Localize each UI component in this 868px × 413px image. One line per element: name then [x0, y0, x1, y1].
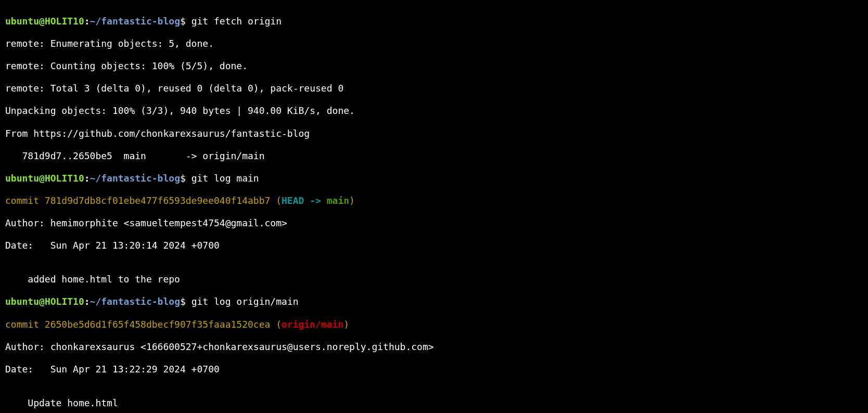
- commit-message: added home.html to the repo: [5, 274, 863, 285]
- output-line: remote: Counting objects: 100% (5/5), do…: [5, 60, 863, 72]
- paren: (: [270, 319, 282, 330]
- commit-message: Update home.html: [5, 397, 863, 409]
- prompt-path: ~/fantastic-blog: [90, 296, 180, 307]
- output-line: Unpacking objects: 100% (3/3), 940 bytes…: [5, 105, 863, 117]
- date-line: Date: Sun Apr 21 13:22:29 2024 +0700: [5, 364, 863, 375]
- commit-line: commit 781d9d7db8cf01ebe477f6593de9ee040…: [5, 195, 863, 206]
- output-line: From https://github.com/chonkarexsaurus/…: [5, 128, 863, 139]
- date-line: Date: Sun Apr 21 13:20:14 2024 +0700: [5, 240, 863, 251]
- command-text: git log origin/main: [192, 296, 299, 307]
- prompt-line: ubuntu@HOLIT10:~/fantastic-blog$ git log…: [5, 296, 863, 307]
- prompt-dollar: $: [180, 296, 192, 307]
- prompt-path: ~/fantastic-blog: [90, 173, 180, 184]
- command-text: git log main: [192, 173, 259, 184]
- at-sign: @: [39, 173, 45, 184]
- prompt-line: ubuntu@HOLIT10:~/fantastic-blog$ git fet…: [5, 16, 863, 27]
- remote-ref: origin/main: [282, 319, 343, 330]
- prompt-dollar: $: [180, 173, 192, 184]
- paren: (: [270, 195, 282, 206]
- prompt-line: ubuntu@HOLIT10:~/fantastic-blog$ git log…: [5, 173, 863, 184]
- output-line: remote: Enumerating objects: 5, done.: [5, 38, 863, 49]
- prompt-user: ubuntu: [5, 16, 39, 27]
- output-line: remote: Total 3 (delta 0), reused 0 (del…: [5, 83, 863, 94]
- prompt-colon: :: [84, 296, 90, 307]
- terminal-output[interactable]: ubuntu@HOLIT10:~/fantastic-blog$ git fet…: [0, 0, 868, 413]
- prompt-host: HOLIT10: [45, 16, 84, 27]
- paren: ): [343, 319, 349, 330]
- prompt-dollar: $: [180, 16, 192, 27]
- prompt-user: ubuntu: [5, 173, 39, 184]
- command-text: git fetch origin: [192, 16, 282, 27]
- prompt-colon: :: [84, 16, 90, 27]
- prompt-host: HOLIT10: [45, 173, 84, 184]
- prompt-path: ~/fantastic-blog: [90, 16, 180, 27]
- at-sign: @: [39, 296, 45, 307]
- paren: ): [349, 195, 355, 206]
- output-line: 781d9d7..2650be5 main -> origin/main: [5, 150, 863, 162]
- author-line: Author: chonkarexsaurus <166600527+chonk…: [5, 341, 863, 353]
- branch-ref: main: [327, 195, 349, 206]
- author-line: Author: hemimorphite <samueltempest4754@…: [5, 217, 863, 229]
- commit-hash: commit 2650be5d6d1f65f458dbecf907f35faaa…: [5, 319, 270, 330]
- at-sign: @: [39, 16, 45, 27]
- commit-line: commit 2650be5d6d1f65f458dbecf907f35faaa…: [5, 319, 863, 330]
- head-ref: HEAD ->: [282, 195, 327, 206]
- commit-hash: commit 781d9d7db8cf01ebe477f6593de9ee040…: [5, 195, 270, 206]
- prompt-host: HOLIT10: [45, 296, 84, 307]
- prompt-colon: :: [84, 173, 90, 184]
- prompt-user: ubuntu: [5, 296, 39, 307]
